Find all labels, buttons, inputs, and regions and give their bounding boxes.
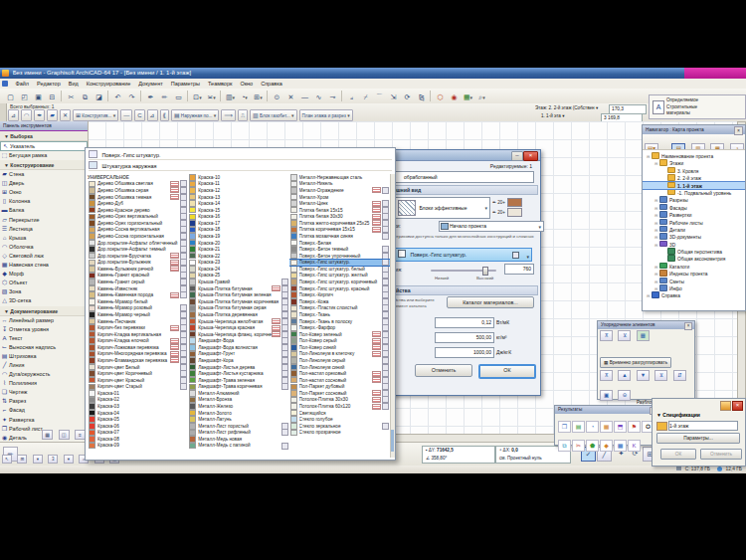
- material-row[interactable]: Кирпич-без перевязки: [88, 324, 188, 331]
- material-row[interactable]: Камень-Мрамор черный: [88, 311, 188, 318]
- tree-item--1. Подвальный уровень[interactable]: -1. Подвальный уровень: [643, 189, 745, 196]
- camera-icon[interactable]: ◉: [448, 91, 461, 103]
- material-row[interactable]: Краска-09: [88, 443, 188, 450]
- trim-icon[interactable]: ⟓: [345, 91, 358, 103]
- material-row[interactable]: Кирпич-Кладка вертикальная: [88, 331, 188, 338]
- key-icon[interactable]: K: [628, 440, 641, 452]
- toolbox-item-Отметка уровня[interactable]: ↧Отметка уровня: [0, 325, 88, 334]
- minimize-icon[interactable]: –: [511, 151, 523, 161]
- zoom-dropdown[interactable]: ⌕▾: [475, 91, 488, 103]
- mirror-icon[interactable]: ⧎: [415, 91, 428, 103]
- cut-result-icon[interactable]: ✂: [572, 440, 585, 452]
- marker-icon[interactable]: ⊙: [271, 91, 283, 103]
- spline-icon[interactable]: ∿: [312, 91, 325, 103]
- material-row[interactable]: Плитка мозаичная синяя: [289, 233, 390, 240]
- material-row[interactable]: Камень-Мрамор белый: [88, 298, 188, 305]
- material-row[interactable]: Дор.покрытие-Асфальт темный: [88, 246, 188, 253]
- toolbox-item-Линейный размер[interactable]: ↔Линейный размер: [0, 316, 88, 325]
- suspend-groups-button[interactable]: ▦ Временно разгруппировать: [600, 357, 671, 368]
- pens-button[interactable]: ✒: [34, 109, 45, 121]
- zoom-menu-icon[interactable]: ▾: [33, 455, 43, 464]
- catalog-button[interactable]: Каталог материалов...: [447, 296, 534, 308]
- material-row[interactable]: Дерево-Сосна вертикальная: [88, 227, 188, 234]
- material-row[interactable]: Дерево-Дуб: [88, 200, 188, 207]
- prop-value-field-2[interactable]: 1000,00: [435, 347, 494, 358]
- folder-icon[interactable]: [720, 401, 731, 411]
- material-row[interactable]: Плитка белая 15х15: [289, 207, 390, 214]
- shape-icon[interactable]: ⬟: [586, 440, 599, 452]
- print-icon[interactable]: ⊟: [46, 91, 59, 103]
- prop-value-field-0[interactable]: 0,12: [435, 317, 494, 328]
- tree-item-Сметы[interactable]: ⊟Сметы: [643, 278, 745, 284]
- material-row[interactable]: Дерево-Сосна горизонтальная: [88, 233, 188, 240]
- toolbox-item-Дуга/окружность[interactable]: ◠Дуга/окружность: [0, 370, 88, 379]
- story-field[interactable]: 1-й этаж: [668, 421, 738, 431]
- results-title[interactable]: Результаты×: [555, 406, 659, 414]
- delete-button[interactable]: ✕: [60, 109, 71, 121]
- material-row[interactable]: Кирпич-цвет Красный: [88, 377, 188, 384]
- material-row[interactable]: Кирпич-цвет Коричневый: [88, 370, 188, 377]
- structure-dropdown[interactable]: ⊞ Конструктив... ▾: [73, 109, 118, 121]
- material-row[interactable]: Металл-Алюминий: [188, 390, 288, 397]
- material-row[interactable]: Металл-Ограждение: [289, 187, 390, 194]
- material-row[interactable]: Дор.покрытие-Асфальт облегченный: [88, 240, 188, 247]
- material-row[interactable]: Поверх.-Гипс штукатур.: [289, 260, 390, 267]
- lock-icon[interactable]: ▣: [600, 390, 613, 401]
- material-row[interactable]: Краска-24: [188, 266, 288, 273]
- material-row[interactable]: Пол-Паркет сосновый: [289, 390, 390, 397]
- material-row[interactable]: Пол-Ковер серый: [289, 337, 390, 344]
- map-icon[interactable]: ◫: [59, 430, 70, 440]
- popup-scroll-thumb[interactable]: [391, 430, 394, 452]
- material-row[interactable]: Краска-10: [188, 174, 288, 181]
- surface-dropdown[interactable]: Поверх.-Гипс штукатур. ▾: [394, 248, 532, 262]
- material-row[interactable]: Металл-Лист пористый: [188, 423, 288, 430]
- material-row[interactable]: Стекло голубое: [289, 416, 390, 423]
- material-row[interactable]: Дерево-Красное дерево: [88, 207, 188, 214]
- material-row[interactable]: Металл-Золото: [188, 410, 288, 417]
- cut-icon[interactable]: ✂: [65, 91, 78, 103]
- material-row[interactable]: Краска-15: [188, 207, 288, 214]
- material-row[interactable]: Дерево Обшивка темная: [88, 194, 188, 201]
- layer-dropdown[interactable]: ▥▾: [224, 91, 237, 103]
- material-row[interactable]: Стекло зеркальное: [289, 423, 390, 430]
- material-row[interactable]: Поверх.-Гипс штукатур. желтый: [289, 273, 390, 280]
- tree-item-Детали[interactable]: ⊟Детали: [643, 226, 745, 233]
- material-row[interactable]: Ландшафт-Трава зеленая: [188, 377, 288, 384]
- material-row[interactable]: Кирпич-цвет Белый: [88, 364, 188, 371]
- eraser-icon[interactable]: ▭: [172, 91, 185, 103]
- menu-Файл[interactable]: Файл: [12, 79, 34, 89]
- toolbox-section-Конструирование[interactable]: ▼ Конструирование: [0, 160, 88, 170]
- fill-pen-row[interactable]: ✒ 20+: [492, 198, 522, 207]
- priority-slider-thumb[interactable]: [482, 267, 488, 276]
- undo-icon[interactable]: ↶: [111, 91, 124, 103]
- tree-item-1. 1-й этаж[interactable]: 1. 1-й этаж: [643, 182, 745, 189]
- toolbox-item-Лестница[interactable]: ☰Лестница: [0, 225, 88, 234]
- toolbox-item-Бегущая рамка[interactable]: ⬚Бегущая рамка: [0, 151, 88, 160]
- menu-Конструирование[interactable]: Конструирование: [83, 79, 135, 89]
- material-row[interactable]: Поверх.-Бетон темный: [289, 246, 390, 253]
- surface-checkbox[interactable]: [398, 250, 406, 258]
- toolbox-item-Фасад[interactable]: ⌐Фасад: [0, 406, 88, 415]
- material-row[interactable]: Стекло прозрачное: [289, 430, 390, 437]
- tree-item-3. Кровля[interactable]: 3. Кровля: [643, 167, 745, 174]
- toolbox-item-Балка[interactable]: ▬Балка: [0, 206, 88, 215]
- material-row[interactable]: Поверх.-Пластик слоистый: [289, 305, 390, 312]
- grid-icon[interactable]: ▦: [614, 440, 627, 452]
- pencil-icon[interactable]: ✏: [158, 91, 171, 103]
- preview-icon[interactable]: ▦: [42, 430, 53, 440]
- grid-dropdown[interactable]: ⊞▾: [252, 91, 265, 103]
- pen-icon[interactable]: ✒: [144, 91, 157, 103]
- toolbox-item-Дверь[interactable]: ◫Дверь: [0, 179, 88, 188]
- background-pen-row[interactable]: ✒ 20+: [492, 208, 522, 217]
- material-row[interactable]: Крыша-Черепица желобчатая: [188, 318, 288, 325]
- material-row[interactable]: Кирпич-цвет Старый: [88, 384, 188, 391]
- material-row[interactable]: Ландшафт-Листья кустарника: [188, 370, 288, 377]
- autogroup-icon[interactable]: ▦: [637, 330, 650, 341]
- toolbox-item-Текст[interactable]: AТекст: [0, 334, 88, 343]
- pen-set-dropdown[interactable]: ≍▾: [205, 91, 218, 103]
- diamond-icon[interactable]: ◆: [600, 440, 613, 452]
- material-row[interactable]: Краска-17: [188, 220, 288, 227]
- toolbox-item-Перекрытие[interactable]: ▱Перекрытие: [0, 216, 88, 225]
- box-icon[interactable]: ⬒: [614, 421, 627, 433]
- popup-scrollbar[interactable]: [390, 174, 395, 458]
